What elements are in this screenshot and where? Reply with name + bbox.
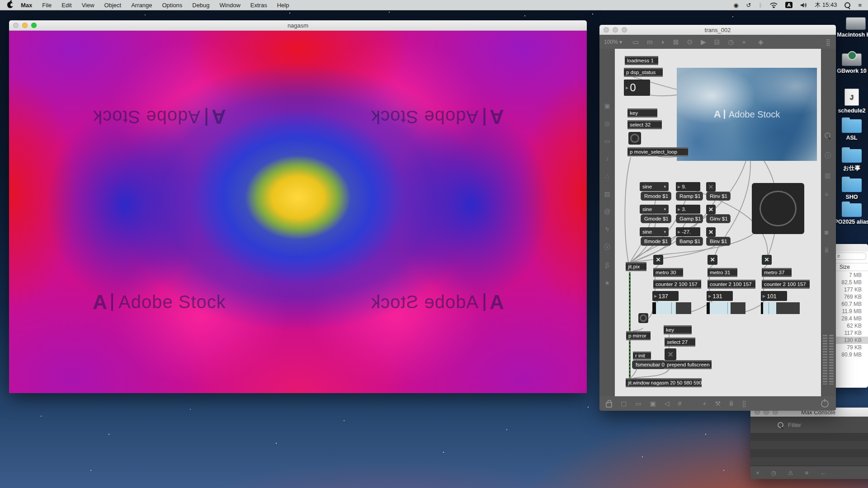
toggle-fullscreen[interactable]: × — [665, 348, 676, 360]
object-select-32[interactable]: select 32 — [627, 120, 662, 129]
image-icon[interactable]: ▨ — [604, 190, 610, 197]
toggle-b-inv[interactable]: × — [706, 227, 716, 237]
object-counter-3[interactable]: counter 2 100 157 — [762, 280, 810, 289]
object-metro-31[interactable]: metro 31 — [708, 268, 737, 277]
number-box-b-amp[interactable]: ▶-27. — [676, 227, 700, 236]
window-icon[interactable]: ▭ — [604, 137, 610, 145]
spotlight-icon[interactable] — [844, 2, 850, 8]
umenu-g-mode[interactable]: sine▾ — [640, 205, 669, 214]
menu-arrange[interactable]: Arrange — [126, 2, 157, 9]
rows-icon[interactable]: ≡ — [805, 469, 809, 476]
favorites-icon[interactable]: ★ — [604, 279, 610, 286]
new-number-icon[interactable]: ⊟ — [714, 38, 720, 46]
message-rmode[interactable]: Rmode $1 — [641, 192, 671, 201]
presentation-icon[interactable]: ▭ — [635, 400, 641, 407]
object-jit-window[interactable]: jit.window nagasm 20 50 980 590 — [626, 378, 702, 387]
audio-power-icon[interactable] — [821, 400, 829, 408]
patcher-titlebar[interactable]: trans_002 — [599, 25, 836, 35]
lock-icon[interactable] — [606, 402, 612, 408]
finder-search-field[interactable]: e — [835, 253, 866, 260]
object-metro-30[interactable]: metro 30 — [653, 268, 683, 277]
new-comment-icon[interactable]: ◗ — [661, 38, 665, 46]
audio-icon[interactable]: ◎ — [604, 120, 610, 127]
add-more-icon[interactable]: + — [742, 38, 746, 46]
grid-icon[interactable]: # — [678, 400, 681, 407]
umenu-b-mode[interactable]: sine▾ — [640, 227, 669, 236]
menu-window[interactable]: Window — [215, 2, 245, 9]
toggle-g-inv[interactable]: × — [706, 205, 716, 214]
new-message-icon[interactable]: m — [647, 38, 653, 46]
menu-help[interactable]: Help — [272, 2, 294, 9]
keyboard-icon[interactable]: ⣿ — [742, 400, 746, 407]
zoom-level-dropdown[interactable]: 100% ▾ — [604, 39, 622, 45]
object-metro-37[interactable]: metro 37 — [762, 268, 792, 277]
object-key[interactable]: key — [627, 108, 657, 117]
object-palette-icon[interactable]: ⣿ — [826, 38, 830, 46]
toggle-metro-1[interactable]: × — [653, 255, 663, 265]
sequence-icon[interactable]: ∴ — [605, 173, 609, 180]
object-dsp-status[interactable]: p dsp_status — [624, 68, 663, 77]
new-dial-icon[interactable]: ◷ — [728, 38, 734, 46]
inspector-icon[interactable]: ▥ — [825, 172, 830, 179]
message-binv[interactable]: Binv $1 — [706, 237, 731, 246]
object-select-27[interactable]: select 27 — [665, 338, 695, 347]
list-icon[interactable]: ≡ — [825, 191, 828, 198]
max-console-window[interactable]: Max Console + × ◷ ⚠ ≡ ← — [750, 408, 868, 479]
mixer-icon[interactable]: ⅲ — [729, 400, 733, 407]
object-counter-2[interactable]: counter 2 100 157 — [708, 280, 755, 289]
midi-icon[interactable]: ♪ — [606, 155, 609, 162]
clear-console-icon[interactable]: × — [756, 469, 760, 476]
search-icon[interactable] — [825, 132, 830, 138]
message-ginv[interactable]: Ginv $1 — [706, 214, 731, 223]
input-method-icon[interactable]: A — [785, 2, 793, 8]
attachment-icon[interactable]: @ — [604, 208, 610, 215]
notification-center-icon[interactable]: ≡ — [858, 2, 862, 9]
message-bamp[interactable]: Bamp $1 — [676, 237, 703, 246]
umenu-r-mode[interactable]: sine▾ — [640, 182, 669, 191]
object-r-init[interactable]: r init — [633, 352, 651, 360]
time-machine-icon[interactable]: ↺ — [746, 2, 751, 9]
menu-extras[interactable]: Extras — [245, 2, 272, 9]
menu-file[interactable]: File — [37, 2, 57, 9]
toggle-metro-2[interactable]: × — [708, 255, 717, 265]
patcher-window[interactable]: trans_002 100% ▾ ▭ m ◗ ⊠ ⊙ ▶ ⊟ ◷ + ◈ ⣿ ▣… — [599, 25, 836, 411]
console-filter-input[interactable] — [787, 421, 843, 429]
new-button-icon[interactable]: ⊙ — [687, 38, 693, 46]
windows-icon[interactable]: ▣ — [650, 400, 656, 407]
snapshot-camera-icon[interactable]: ◙ — [825, 229, 828, 236]
wifi-icon[interactable] — [770, 2, 778, 8]
object-prepend-fullscreen[interactable]: prepend fullscreen — [665, 360, 712, 369]
menu-options[interactable]: Options — [157, 2, 187, 9]
timestamp-icon[interactable]: ◷ — [771, 469, 776, 476]
object-movie-select-loop[interactable]: p movie_select_loop — [627, 147, 688, 156]
number-box-counter-3[interactable]: ▶101 — [761, 291, 787, 301]
object-loadmess[interactable]: loadmess 1 — [625, 56, 658, 65]
menu-edit[interactable]: Edit — [57, 2, 76, 9]
menu-app[interactable]: Max — [16, 2, 37, 9]
object-key-2[interactable]: key — [664, 325, 692, 334]
menu-object[interactable]: Object — [99, 2, 127, 9]
object-counter-1[interactable]: counter 2 100 157 — [653, 280, 701, 289]
apple-menu-icon[interactable] — [7, 2, 13, 8]
range-slider-2[interactable] — [707, 302, 745, 314]
sliders-icon[interactable]: ⅲ — [825, 247, 829, 254]
back-arrow-icon[interactable]: ← — [820, 469, 826, 476]
object-jit-pix[interactable]: jit.pix — [626, 262, 646, 271]
number-box-g-amp[interactable]: ▶3. — [676, 205, 700, 214]
console-log-area[interactable] — [750, 433, 868, 466]
connect-icon[interactable]: + — [703, 400, 706, 407]
message-gmode[interactable]: Gmode $1 — [641, 214, 671, 223]
tools-icon[interactable]: ⚒ — [715, 400, 721, 407]
new-toggle-icon[interactable]: ⊠ — [673, 38, 679, 46]
number-box-counter-2[interactable]: ▶131 — [707, 291, 733, 301]
large-bang-button[interactable] — [752, 183, 804, 234]
volume-icon[interactable] — [800, 2, 807, 8]
menu-debug[interactable]: Debug — [187, 2, 214, 9]
message-gamp[interactable]: Gamp $1 — [676, 214, 703, 223]
bluetooth-icon[interactable]: ᛒ — [759, 2, 762, 9]
new-playbar-icon[interactable]: ▶ — [701, 38, 706, 46]
beap-icon[interactable]: β — [605, 262, 609, 269]
package-icon[interactable]: ▣ — [604, 102, 610, 109]
desktop-icon-macintosh-hd[interactable]: Macintosh HD — [831, 17, 868, 38]
toggle-metro-3[interactable]: × — [762, 255, 772, 265]
